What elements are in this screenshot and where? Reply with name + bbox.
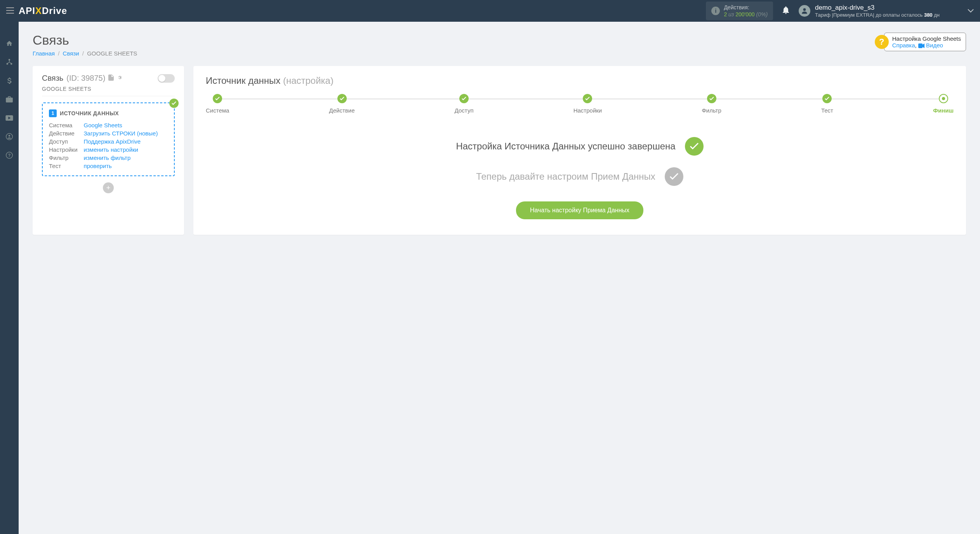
avatar-icon <box>799 5 810 17</box>
sidebar: ? <box>0 22 19 534</box>
step-circle <box>822 94 832 103</box>
user-name: demo_apix-drive_s3 <box>815 3 940 12</box>
step-label: Действие <box>329 107 355 114</box>
svg-rect-0 <box>6 7 14 8</box>
gear-icon[interactable] <box>116 75 122 82</box>
source-row-link[interactable]: проверить <box>84 163 168 169</box>
status-success-text: Настройка Источника Данных успешно завер… <box>456 140 675 153</box>
source-row-link[interactable]: изменить настройки <box>84 146 168 153</box>
source-row-label: Тест <box>49 163 78 169</box>
breadcrumb: Главная / Связи / GOOGLE SHEETS <box>33 50 137 57</box>
header: APIXDrive i Действия: 2 из 200'000 (0%) … <box>0 0 980 22</box>
source-row-link[interactable]: Загрузить СТРОКИ (новые) <box>84 130 168 137</box>
logo-x: X <box>35 5 42 16</box>
step[interactable]: Фильтр <box>702 94 721 114</box>
help-panel: Настройка Google Sheets Справка, Видео <box>884 33 966 51</box>
user-block[interactable]: demo_apix-drive_s3 Тариф |Премиум EXTRA|… <box>799 3 974 19</box>
status-next-text: Теперь давайте настроим Прием Данных <box>476 170 655 183</box>
main-card-title: Источник данных (настройка) <box>206 75 954 86</box>
actions-label: Действия: <box>724 4 768 11</box>
logo-api: API <box>19 5 35 16</box>
actions-pct: (0%) <box>756 11 768 17</box>
step-circle <box>337 94 347 103</box>
svg-rect-1 <box>6 10 14 11</box>
source-title: ИСТОЧНИК ДАННЫХ <box>60 110 119 116</box>
menu-icon[interactable] <box>6 6 14 16</box>
help-title: Настройка Google Sheets <box>892 35 961 42</box>
side-card: Связь (ID: 39875) GOOGLE SHEE <box>33 66 184 235</box>
sidebar-briefcase-icon[interactable] <box>0 90 19 109</box>
sidebar-user-icon[interactable] <box>0 127 19 146</box>
check-icon <box>169 99 179 108</box>
side-card-system: GOOGLE SHEETS <box>42 86 175 96</box>
actions-of: из <box>728 11 734 17</box>
check-icon <box>665 167 683 186</box>
page-title: Связь <box>33 33 137 48</box>
toggle-switch[interactable] <box>158 74 175 83</box>
source-row-label: Система <box>49 122 78 128</box>
step-label: Система <box>206 107 229 114</box>
info-icon: i <box>711 7 720 15</box>
actions-badge[interactable]: i Действия: 2 из 200'000 (0%) <box>706 2 773 20</box>
actions-total: 200'000 <box>735 11 754 17</box>
step-circle <box>213 94 222 103</box>
breadcrumb-links[interactable]: Связи <box>63 50 79 57</box>
step[interactable]: Финиш <box>933 94 954 114</box>
chevron-down-icon[interactable] <box>968 7 974 14</box>
video-icon <box>918 43 924 48</box>
breadcrumb-current: GOOGLE SHEETS <box>87 50 137 57</box>
step-label: Доступ <box>455 107 474 114</box>
source-row-label: Доступ <box>49 138 78 145</box>
source-row-link[interactable]: изменить фильтр <box>84 154 168 161</box>
actions-value: 2 <box>724 11 727 17</box>
user-tariff: Тариф |Премиум EXTRA| до оплаты осталось… <box>815 12 940 19</box>
step[interactable]: Тест <box>821 94 833 114</box>
document-icon[interactable] <box>108 75 114 82</box>
svg-point-10 <box>9 135 10 137</box>
svg-rect-2 <box>6 13 14 14</box>
source-row-label: Фильтр <box>49 154 78 161</box>
step-label: Тест <box>821 107 833 114</box>
page-header: Связь Главная / Связи / GOOGLE SHEETS ? … <box>33 33 966 57</box>
step[interactable]: Система <box>206 94 229 114</box>
source-row-link[interactable]: Google Sheets <box>84 122 168 128</box>
step-circle <box>583 94 592 103</box>
source-row-label: Действие <box>49 130 78 137</box>
help-box: ? Настройка Google Sheets Справка, Видео <box>875 33 966 51</box>
status-next: Теперь давайте настроим Прием Данных <box>206 167 954 186</box>
source-box: 1 ИСТОЧНИК ДАННЫХ СистемаGoogle SheetsДе… <box>42 102 175 176</box>
sidebar-connections-icon[interactable] <box>0 53 19 71</box>
svg-text:?: ? <box>8 153 10 158</box>
sidebar-video-icon[interactable] <box>0 109 19 127</box>
start-setup-button[interactable]: Начать настройку Приема Данных <box>516 201 643 219</box>
side-card-title: Связь <box>42 74 63 83</box>
step-circle <box>707 94 716 103</box>
bell-icon[interactable] <box>782 6 789 16</box>
svg-rect-13 <box>918 43 923 48</box>
step[interactable]: Настройки <box>573 94 602 114</box>
add-button[interactable]: + <box>103 182 114 193</box>
help-link-video[interactable]: Видео <box>926 42 943 49</box>
sidebar-home-icon[interactable] <box>0 34 19 53</box>
sidebar-help-icon[interactable]: ? <box>0 146 19 165</box>
step-label: Финиш <box>933 107 954 114</box>
svg-point-4 <box>9 59 10 61</box>
side-card-id: (ID: 39875) <box>66 74 105 83</box>
source-row-link[interactable]: Поддержка ApixDrive <box>84 138 168 145</box>
sidebar-billing-icon[interactable] <box>0 71 19 90</box>
step[interactable]: Доступ <box>455 94 474 114</box>
logo-drive: Drive <box>42 5 67 16</box>
help-badge-icon[interactable]: ? <box>875 35 889 49</box>
status-success: Настройка Источника Данных успешно завер… <box>206 137 954 156</box>
step-circle <box>939 94 948 103</box>
breadcrumb-home[interactable]: Главная <box>33 50 55 57</box>
help-link-docs[interactable]: Справка <box>892 42 915 49</box>
source-row-label: Настройки <box>49 146 78 153</box>
step[interactable]: Действие <box>329 94 355 114</box>
actions-text: Действия: 2 из 200'000 (0%) <box>724 4 768 18</box>
logo[interactable]: APIXDrive <box>19 5 67 16</box>
svg-point-3 <box>803 8 806 11</box>
main-content: Связь Главная / Связи / GOOGLE SHEETS ? … <box>19 22 980 534</box>
source-number: 1 <box>49 109 57 117</box>
svg-marker-14 <box>923 43 924 48</box>
